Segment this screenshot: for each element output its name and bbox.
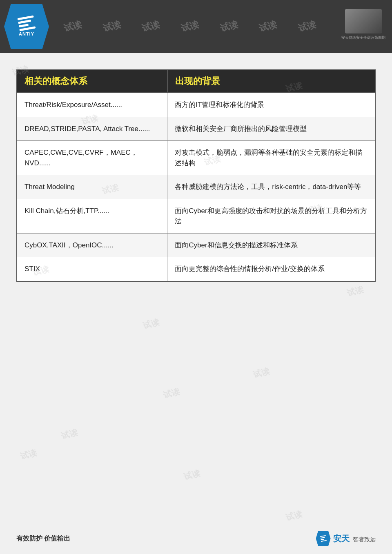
footer-brand: 安天 智者致远 [316, 531, 376, 546]
page-watermark-13: 试读 [162, 386, 181, 400]
logo-line-2 [18, 20, 31, 24]
header-right-logo: ANTIY 安天网络安全全训营第四期 [339, 4, 388, 45]
header-right-subtitle: 安天网络安全全训营第四期 [341, 35, 385, 40]
table-row: Threat Modeling各种威胁建模的方法论，工具，risk-centri… [17, 175, 375, 199]
table-row: STIX面向更完整的综合性的情报分析/作业/交换的体系 [17, 257, 375, 281]
footer-logo-lines [320, 535, 326, 542]
table-row: CybOX,TAXII，OpenIOC......面向Cyber和信息交换的描述… [17, 233, 375, 257]
logo-line-3 [19, 24, 29, 27]
col1-header: 相关的概念体系 [17, 70, 167, 93]
main-content: 相关的概念体系 出现的背景 Threat/Risk/Exposure/Asset… [0, 53, 392, 294]
header-wm-6: 试读 [258, 18, 278, 35]
table-row: CAPEC,CWE,CVE,CVRF，MAEC，NVD......对攻击模式，脆… [17, 141, 375, 175]
logo-line-1 [18, 16, 34, 20]
footer: 有效防护 价值输出 安天 智者致远 [0, 531, 392, 546]
logo-text: ANTIY [19, 31, 34, 36]
header-wm-3: 试读 [140, 18, 161, 35]
table-cell-col1-3: Threat Modeling [17, 175, 167, 199]
table-cell-col2-1: 微软和相关安全厂商所推出的风险管理模型 [167, 117, 375, 141]
table-row: Kill Chain,钻石分析,TTP......面向Cyber和更高强度的攻击… [17, 199, 375, 233]
table-cell-col1-2: CAPEC,CWE,CVE,CVRF，MAEC，NVD...... [17, 141, 167, 175]
header-wm-4: 试读 [180, 18, 200, 35]
table-cell-col2-3: 各种威胁建模的方法论，工具，risk-centric，data-driven等等 [167, 175, 375, 199]
header-wm-1: 试读 [62, 18, 83, 35]
footer-brand-name: 安天 智者致远 [333, 533, 376, 544]
header-wm-7: 试读 [297, 18, 317, 35]
table-cell-col2-5: 面向Cyber和信息交换的描述和标准体系 [167, 233, 375, 257]
footer-brand-sub-text: 智者致远 [353, 536, 376, 543]
footer-line-4 [321, 540, 327, 542]
footer-line-1 [320, 535, 325, 537]
header-watermarks: 试读 试读 试读 试读 试读 试读 试读 [0, 0, 392, 53]
header-wm-2: 试读 [101, 18, 122, 35]
concept-table: 相关的概念体系 出现的背景 Threat/Risk/Exposure/Asset… [16, 69, 376, 282]
table-cell-col1-1: DREAD,STRIDE,PASTA, Attack Tree...... [17, 117, 167, 141]
footer-logo-icon [316, 531, 331, 546]
table-cell-col1-0: Threat/Risk/Exposure/Asset...... [17, 93, 167, 117]
svg-text:ANTIY: ANTIY [351, 28, 361, 31]
table-cell-col2-6: 面向更完整的综合性的情报分析/作业/交换的体系 [167, 257, 375, 281]
header-right-logo-image: ANTIY [345, 9, 382, 33]
table-cell-col2-2: 对攻击模式，脆弱点，漏洞等各种基础的安全元素的标定和描述结构 [167, 141, 375, 175]
table-cell-col2-4: 面向Cyber和更高强度的攻击和对抗的场景的分析工具和分析方法 [167, 199, 375, 233]
header-right-logo-svg: ANTIY [349, 11, 378, 31]
header-wm-5: 试读 [219, 18, 239, 35]
table-cell-col1-4: Kill Chain,钻石分析,TTP...... [17, 199, 167, 233]
col2-header: 出现的背景 [167, 70, 375, 93]
table-cell-col1-6: STIX [17, 257, 167, 281]
footer-line-3 [321, 539, 324, 540]
table-cell-col1-5: CybOX,TAXII，OpenIOC...... [17, 233, 167, 257]
footer-tagline: 有效防护 价值输出 [16, 534, 70, 543]
table-row: Threat/Risk/Exposure/Asset......西方的IT管理和… [17, 93, 375, 117]
footer-line-2 [320, 537, 325, 538]
table-cell-col2-0: 西方的IT管理和标准化的背景 [167, 93, 375, 117]
page-watermark-6: 试读 [252, 365, 271, 380]
footer-brand-name-text: 安天 [333, 534, 350, 543]
header: ANTIY 试读 试读 试读 试读 试读 试读 试读 ANTIY 安天网络安全全… [0, 0, 392, 53]
svg-marker-0 [353, 13, 374, 27]
logo: ANTIY [4, 4, 49, 49]
page-watermark-5: 试读 [142, 316, 160, 331]
page-watermark-7: 试读 [60, 427, 79, 441]
page-watermark-9: 试读 [285, 508, 303, 523]
svg-marker-1 [353, 13, 363, 27]
table-row: DREAD,STRIDE,PASTA, Attack Tree......微软和… [17, 117, 375, 141]
page-watermark-8: 试读 [183, 467, 201, 482]
page-watermark-14: 试读 [19, 447, 38, 462]
logo-lines [18, 16, 36, 31]
